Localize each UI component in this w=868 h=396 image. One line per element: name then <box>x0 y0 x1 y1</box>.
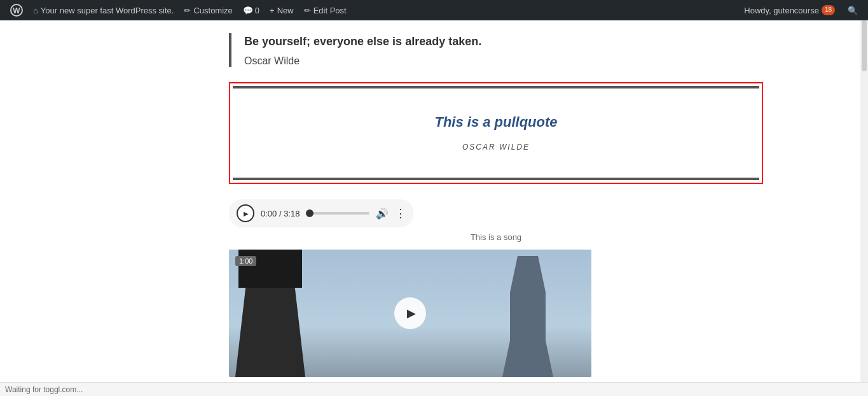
pencil-icon: ✏ <box>184 6 191 15</box>
svg-text:W: W <box>13 6 20 15</box>
admin-bar-right: Howdy, gutencourse 18 🔍 <box>739 0 863 20</box>
status-text: Waiting for toggl.com... <box>5 385 83 394</box>
comments-link[interactable]: 💬 0 <box>238 0 265 20</box>
audio-progress-dot <box>306 209 313 217</box>
left-gutter <box>0 20 216 396</box>
status-bar: Waiting for toggl.com... <box>0 382 868 396</box>
notification-badge: 18 <box>822 5 835 15</box>
edit-post-link[interactable]: ✏ Edit Post <box>299 0 352 20</box>
howdy-menu[interactable]: Howdy, gutencourse 18 <box>739 0 840 20</box>
blockquote-section: Be yourself; everyone else is already ta… <box>229 33 763 67</box>
audio-caption: This is a song <box>229 232 763 242</box>
page-content: Be yourself; everyone else is already ta… <box>0 20 868 396</box>
audio-player: 0:00 / 3:18 🔊 ⋮ <box>229 199 413 227</box>
pen-icon: ✏ <box>304 6 311 15</box>
pullquote-wrapper: This is a pullquote OSCAR WILDE <box>229 82 763 184</box>
audio-time: 0:00 / 3:18 <box>261 209 300 218</box>
video-duration-badge: 1:00 <box>235 256 256 266</box>
home-icon: ⌂ <box>33 6 38 15</box>
statue-decoration <box>502 256 553 377</box>
content-area: Be yourself; everyone else is already ta… <box>216 20 789 396</box>
customize-link[interactable]: ✏ Customize <box>179 0 237 20</box>
site-title[interactable]: ⌂ Your new super fast WordPress site. <box>28 0 179 20</box>
volume-icon[interactable]: 🔊 <box>376 208 389 220</box>
plus-icon: + <box>270 6 275 15</box>
search-button[interactable]: 🔍 <box>843 0 863 20</box>
tower-top-decoration <box>238 250 302 288</box>
pullquote-cite: OSCAR WILDE <box>462 143 530 152</box>
blockquote-cite: Oscar Wilde <box>244 55 763 67</box>
audio-play-button[interactable] <box>237 204 254 222</box>
blockquote-text: Be yourself; everyone else is already ta… <box>244 33 763 50</box>
new-link[interactable]: + New <box>265 0 299 20</box>
wp-logo[interactable]: W <box>5 0 28 20</box>
admin-bar: W ⌂ Your new super fast WordPress site. … <box>0 0 868 20</box>
scrollbar-thumb[interactable] <box>862 20 867 71</box>
video-play-button[interactable] <box>394 297 426 329</box>
video-container: 1:00 <box>229 250 591 377</box>
search-icon: 🔍 <box>848 6 858 15</box>
comment-icon: 💬 <box>243 6 253 15</box>
more-options-icon[interactable]: ⋮ <box>395 206 406 220</box>
pullquote-text: This is a pullquote <box>271 114 721 131</box>
scrollbar[interactable] <box>860 20 868 396</box>
pullquote: This is a pullquote OSCAR WILDE <box>233 86 759 180</box>
audio-progress-bar[interactable] <box>306 212 369 215</box>
